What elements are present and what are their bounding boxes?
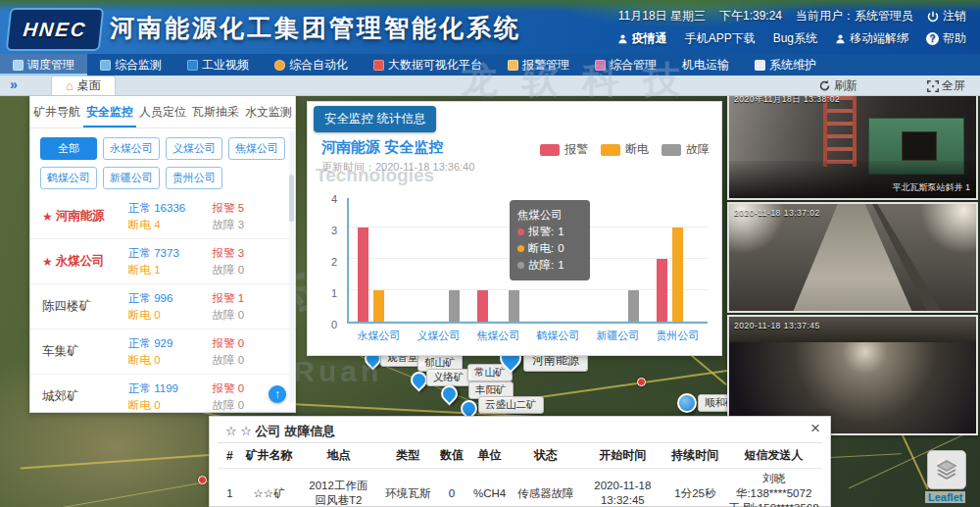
- nav-alarm-management[interactable]: 报警管理: [495, 54, 582, 76]
- tab-personnel-location[interactable]: 人员定位: [136, 96, 189, 127]
- map-pin[interactable]: [677, 393, 697, 413]
- filter-yimei-button[interactable]: 义煤公司: [166, 137, 222, 160]
- help-link[interactable]: ? 帮助: [926, 30, 966, 47]
- header-date: 11月18日 星期三: [618, 8, 706, 25]
- legend-chip: [662, 144, 681, 156]
- header-time: 下午1:39:24: [719, 8, 782, 25]
- company-row[interactable]: 陈四楼矿 正常 996 报警 1 断电 0 故障 0: [30, 284, 295, 330]
- bar-故障[interactable]: [628, 290, 639, 322]
- scrollbar-track[interactable]: [289, 131, 294, 404]
- x-axis-label[interactable]: 义煤公司: [409, 329, 468, 343]
- tab-desktop[interactable]: ⌂ 桌面: [51, 76, 116, 95]
- bar-报警[interactable]: [477, 290, 488, 322]
- bar-故障[interactable]: [449, 290, 460, 322]
- bar-故障[interactable]: [509, 290, 519, 322]
- city-marker: [637, 378, 646, 386]
- panel-tabs: 矿井导航 安全监控 人员定位 瓦斯抽采 水文监测: [30, 96, 295, 128]
- gear-icon: [274, 60, 285, 71]
- nav-monitoring[interactable]: 综合监测: [87, 54, 174, 76]
- camera-timestamp: 2020-11-18 13:37:45: [734, 321, 820, 330]
- company-status-list: ★河南能源 正常 16336 报警 5 断电 4 故障 3 ★永煤公司 正常 7…: [30, 194, 295, 412]
- legend-poweroff[interactable]: 断电: [601, 141, 649, 158]
- close-icon[interactable]: ×: [810, 420, 820, 436]
- filter-jiaomei-button[interactable]: 焦煤公司: [228, 137, 285, 160]
- tab-safety-monitoring[interactable]: 安全监控: [83, 96, 136, 127]
- company-row[interactable]: ★永煤公司 正常 7373 报警 3 断电 1 故障 0: [30, 239, 295, 284]
- legend-fault[interactable]: 故障: [662, 141, 710, 158]
- collapse-chevrons-icon[interactable]: »: [10, 76, 18, 92]
- table-header-row: #矿井名称 地点类型 数值单位 状态开始时间 持续时间短信发送人: [218, 443, 822, 469]
- map-layers-button[interactable]: [927, 450, 966, 489]
- camera-scene: [729, 204, 976, 311]
- filter-hemei-button[interactable]: 鹤煤公司: [40, 167, 97, 189]
- tab-bar: » ⌂ 桌面 刷新 全屏: [0, 76, 980, 96]
- filter-yongmei-button[interactable]: 永煤公司: [103, 137, 160, 160]
- filter-all-button[interactable]: 全部: [40, 137, 97, 160]
- x-axis-label[interactable]: 永煤公司: [349, 329, 409, 343]
- legend-chip: [540, 144, 560, 156]
- x-axis-label[interactable]: 焦煤公司: [468, 329, 528, 343]
- hnec-logo: HNEC: [6, 8, 105, 51]
- help-icon: ?: [926, 32, 939, 45]
- chart-updated-time: 更新时间：2020-11-18 13:36:40: [321, 160, 474, 175]
- nav-dispatch[interactable]: 调度管理: [0, 54, 87, 76]
- camera-location-label: 平北瓦斯泵站斜井 1: [892, 181, 970, 194]
- company-row[interactable]: 车集矿 正常 929 报警 0 断电 0 故障 0: [30, 330, 295, 375]
- mobile-unbind-link[interactable]: 移动端解绑: [835, 30, 908, 47]
- scrollbar-thumb[interactable]: [289, 175, 294, 222]
- company-row[interactable]: 城郊矿 正常 1199 报警 0 断电 0 故障 0: [30, 375, 295, 412]
- camera-feed-2[interactable]: 2020-11-18 13:37:02: [727, 202, 978, 313]
- bar-断电[interactable]: [373, 290, 384, 322]
- x-axis-label[interactable]: 贵州公司: [648, 329, 708, 343]
- star-icon: ★: [42, 210, 53, 224]
- map-marker-label[interactable]: 义络矿: [426, 369, 471, 386]
- nav-electromechanical[interactable]: 机电运输: [669, 54, 742, 76]
- page-title: 河南能源化工集团管理智能化系统: [110, 12, 521, 44]
- tooltip-dot: [517, 245, 524, 252]
- filter-xinjiang-button[interactable]: 新疆公司: [103, 167, 160, 189]
- bar-报警[interactable]: [358, 228, 368, 322]
- legend-alarm[interactable]: 报警: [540, 141, 588, 158]
- company-filters: 全部 永煤公司 义煤公司 焦煤公司 鹤煤公司 新疆公司 贵州公司: [30, 128, 295, 193]
- bug-system-link[interactable]: Bug系统: [773, 30, 817, 47]
- current-user: 当前用户：系统管理员: [796, 8, 913, 25]
- main-nav: 调度管理 综合监测 工业视频 综合自动化 大数据可视化平台 报警管理 综合管理 …: [0, 54, 980, 76]
- app-download-link[interactable]: 手机APP下载: [685, 30, 756, 47]
- chart-legend: 报警 断电 故障: [540, 141, 710, 158]
- map-marker-label[interactable]: 云盛山二矿: [478, 396, 544, 414]
- camera-feed-1[interactable]: 2020年11月18日 13:38:02 平北瓦斯泵站斜井 1: [727, 88, 978, 200]
- tab-hydrology[interactable]: 水文监测: [242, 96, 295, 127]
- bar-报警[interactable]: [657, 259, 667, 322]
- person-icon: [617, 33, 628, 44]
- app-header: HNEC 河南能源化工集团管理智能化系统 11月18日 星期三 下午1:39:2…: [0, 0, 980, 54]
- scroll-up-button[interactable]: ↑: [269, 385, 286, 403]
- tab-gas-extraction[interactable]: 瓦斯抽采: [189, 96, 242, 127]
- dispatch-monitor-icon: [13, 60, 24, 71]
- nav-industrial-video[interactable]: 工业视频: [174, 54, 262, 76]
- chart-tooltip: 焦煤公司 报警:1 断电:0 故障:1: [510, 200, 590, 280]
- nav-bigdata-platform[interactable]: 大数据可视化平台: [361, 54, 495, 76]
- bar-group: 新疆公司: [588, 198, 648, 322]
- epidemic-link[interactable]: 疫情通: [617, 30, 667, 47]
- fullscreen-button[interactable]: 全屏: [927, 77, 965, 94]
- nav-system-maintenance[interactable]: 系统维护: [742, 54, 829, 76]
- bar-group: 贵州公司: [648, 198, 708, 322]
- x-axis-label[interactable]: 鹤煤公司: [528, 329, 588, 343]
- tooltip-dot: [517, 228, 524, 235]
- map-attribution[interactable]: Leaflet: [925, 491, 965, 503]
- filter-guizhou-button[interactable]: 贵州公司: [166, 167, 222, 189]
- logout-button[interactable]: 注销: [927, 8, 966, 25]
- x-axis-label[interactable]: 新疆公司: [588, 329, 648, 343]
- city-marker: [198, 476, 207, 484]
- nav-automation[interactable]: 综合自动化: [262, 54, 361, 76]
- layers-icon: [935, 458, 958, 482]
- alarm-book-icon: [508, 60, 518, 71]
- tab-mine-navigation[interactable]: 矿井导航: [30, 96, 83, 127]
- bar-断电[interactable]: [672, 228, 683, 322]
- tooltip-dot: [517, 262, 524, 269]
- company-row[interactable]: ★河南能源 正常 16336 报警 5 断电 4 故障 3: [30, 194, 295, 239]
- nav-management[interactable]: 综合管理: [582, 54, 669, 76]
- table-row[interactable]: 1 ☆☆矿 2012工作面 回风巷T2 环境瓦斯 0 %CH4 传感器故障 20…: [218, 469, 822, 507]
- statistics-chart-card: 安全监控 统计信息 河南能源 安全监控 更新时间：2020-11-18 13:3…: [307, 101, 722, 356]
- refresh-button[interactable]: 刷新: [818, 77, 858, 94]
